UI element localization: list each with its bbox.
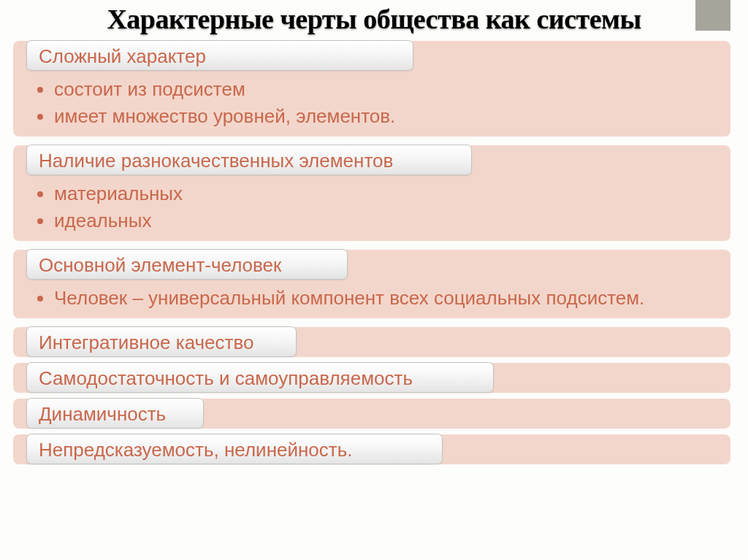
- section-header: Сложный характер: [26, 40, 413, 71]
- section-self-sufficiency: Самодостаточность и самоуправляемость: [13, 363, 730, 393]
- bullet-item: идеальных: [54, 208, 701, 234]
- section-dynamism: Динамичность: [13, 399, 730, 429]
- section-header: Наличие разнокачественных элементов: [26, 145, 472, 175]
- section-header: Интегративное качество: [26, 326, 297, 357]
- slide-corner-tab: [695, 0, 730, 31]
- bullet-item: имеет множество уровней, элементов.: [54, 104, 701, 129]
- section-header: Самодостаточность и самоуправляемость: [26, 362, 494, 393]
- section-unpredictability: Непредсказуемость, нелинейность.: [13, 434, 730, 464]
- bullet-item: материальных: [54, 181, 701, 207]
- sections-container: Сложный характер состоит из подсистем им…: [0, 41, 748, 464]
- section-body: материальных идеальных: [13, 175, 730, 241]
- section-body: Человек – универсальный компонент всех с…: [13, 280, 730, 318]
- page-title: Характерные черты общества как системы: [0, 3, 748, 35]
- section-header: Основной элемент-человек: [26, 249, 348, 280]
- section-body: состоит из подсистем имеет множество уро…: [13, 71, 730, 137]
- section-heterogeneous-elements: Наличие разнокачественных элементов мате…: [13, 145, 730, 241]
- section-header: Динамичность: [26, 398, 204, 429]
- section-main-element-human: Основной элемент-человек Человек – униве…: [13, 250, 730, 318]
- section-complex-character: Сложный характер состоит из подсистем им…: [13, 41, 730, 137]
- section-integrative-quality: Интегративное качество: [13, 327, 730, 357]
- bullet-item: Человек – универсальный компонент всех с…: [54, 285, 701, 311]
- section-header: Непредсказуемость, нелинейность.: [26, 434, 443, 464]
- bullet-item: состоит из подсистем: [54, 77, 701, 102]
